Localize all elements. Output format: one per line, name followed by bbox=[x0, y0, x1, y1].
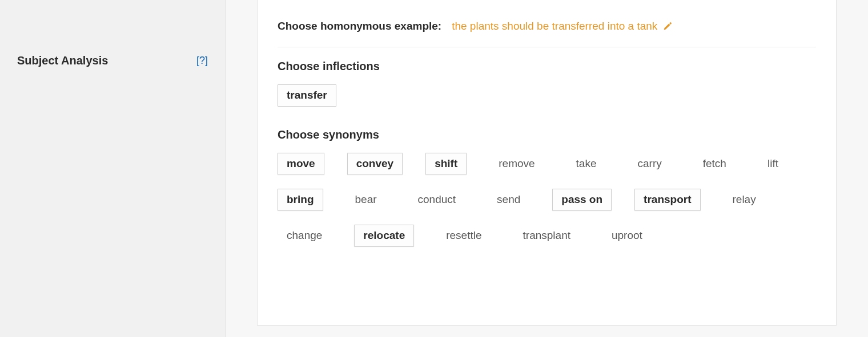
synonym-chip[interactable]: carry bbox=[629, 153, 671, 175]
example-row: Choose homonymous example: the plants sh… bbox=[278, 20, 816, 47]
example-value[interactable]: the plants should be transferred into a … bbox=[452, 20, 672, 33]
synonym-chip[interactable]: uproot bbox=[602, 225, 652, 247]
inflections-list: transfer bbox=[278, 84, 816, 107]
synonym-chip[interactable]: remove bbox=[489, 153, 544, 175]
analysis-card: Choose homonymous example: the plants sh… bbox=[257, 0, 837, 326]
synonym-chip[interactable]: conduct bbox=[409, 189, 465, 211]
synonym-chip[interactable]: take bbox=[567, 153, 606, 175]
pencil-icon[interactable] bbox=[663, 22, 672, 31]
inflection-chip[interactable]: transfer bbox=[278, 84, 336, 107]
help-link[interactable]: [?] bbox=[196, 55, 208, 67]
synonym-chip[interactable]: shift bbox=[425, 153, 467, 175]
synonym-chip[interactable]: send bbox=[488, 189, 529, 211]
synonym-chip[interactable]: pass on bbox=[552, 189, 612, 211]
synonym-chip[interactable]: move bbox=[278, 153, 324, 175]
synonym-chip[interactable]: fetch bbox=[694, 153, 736, 175]
synonym-chip[interactable]: relay bbox=[724, 189, 765, 211]
synonym-chip[interactable]: convey bbox=[347, 153, 403, 175]
synonym-chip[interactable]: transplant bbox=[514, 225, 580, 247]
example-label: Choose homonymous example: bbox=[278, 20, 441, 33]
inflections-title: Choose inflections bbox=[278, 60, 816, 73]
synonym-chip[interactable]: bring bbox=[278, 189, 323, 211]
synonym-chip[interactable]: lift bbox=[758, 153, 787, 175]
synonym-chip[interactable]: transport bbox=[634, 189, 700, 211]
synonyms-title: Choose synonyms bbox=[278, 128, 816, 141]
synonyms-list: moveconveyshiftremovetakecarryfetchliftb… bbox=[278, 153, 816, 247]
main-area: Choose homonymous example: the plants sh… bbox=[226, 0, 868, 337]
sidebar-section-title: Subject Analysis bbox=[17, 54, 108, 67]
synonym-chip[interactable]: bear bbox=[346, 189, 386, 211]
example-text: the plants should be transferred into a … bbox=[452, 20, 657, 33]
synonym-chip[interactable]: change bbox=[278, 225, 331, 247]
synonym-chip[interactable]: resettle bbox=[437, 225, 491, 247]
sidebar: Subject Analysis [?] bbox=[0, 0, 226, 337]
synonym-chip[interactable]: relocate bbox=[354, 225, 414, 247]
